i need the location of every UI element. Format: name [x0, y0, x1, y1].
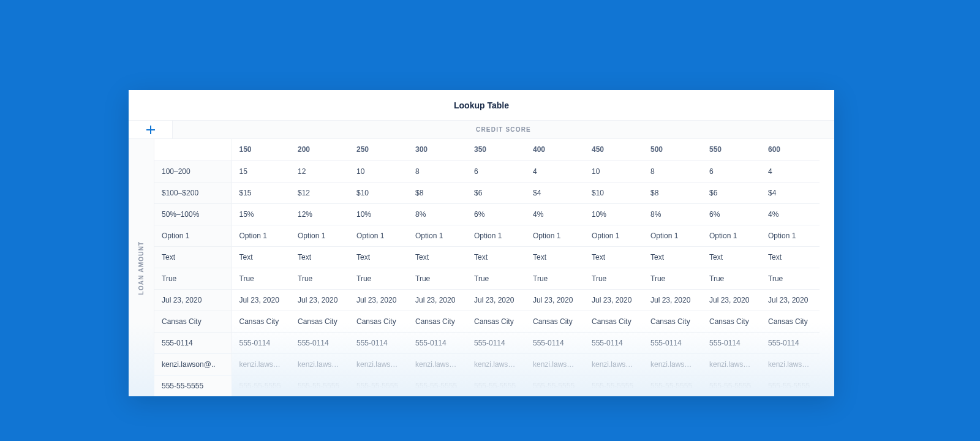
column-header[interactable]: 500: [643, 139, 702, 160]
table-cell[interactable]: 555-0114: [408, 332, 467, 353]
table-cell[interactable]: Text: [232, 246, 290, 268]
table-cell[interactable]: $10: [349, 182, 408, 203]
table-cell[interactable]: 10%: [584, 203, 643, 225]
table-cell[interactable]: 555-55-5555: [584, 375, 643, 396]
table-cell[interactable]: 8: [643, 160, 702, 182]
table-cell[interactable]: 6%: [467, 203, 526, 225]
table-cell[interactable]: 555-0114: [584, 332, 643, 353]
table-cell[interactable]: $4: [761, 182, 820, 203]
row-header[interactable]: Cansas City: [154, 311, 232, 332]
row-header[interactable]: 100–200: [154, 160, 232, 182]
table-cell[interactable]: 555-55-5555: [526, 375, 584, 396]
table-cell[interactable]: 555-55-5555: [467, 375, 526, 396]
table-cell[interactable]: Jul 23, 2020: [584, 289, 643, 311]
column-header[interactable]: 350: [467, 139, 526, 160]
table-cell[interactable]: Jul 23, 2020: [290, 289, 349, 311]
table-cell[interactable]: Option 1: [702, 225, 761, 246]
table-cell[interactable]: Option 1: [761, 225, 820, 246]
table-cell[interactable]: 555-55-5555: [290, 375, 349, 396]
table-cell[interactable]: $15: [232, 182, 290, 203]
table-cell[interactable]: Cansas City: [584, 311, 643, 332]
table-cell[interactable]: Jul 23, 2020: [467, 289, 526, 311]
table-cell[interactable]: Text: [408, 246, 467, 268]
table-cell[interactable]: $4: [526, 182, 584, 203]
table-cell[interactable]: 4%: [761, 203, 820, 225]
table-cell[interactable]: 15: [232, 160, 290, 182]
table-cell[interactable]: kenzi.lawson@..: [467, 353, 526, 375]
table-cell[interactable]: Jul 23, 2020: [526, 289, 584, 311]
table-cell[interactable]: 10: [349, 160, 408, 182]
table-cell[interactable]: kenzi.lawson@..: [702, 353, 761, 375]
table-cell[interactable]: 4%: [526, 203, 584, 225]
table-cell[interactable]: $6: [467, 182, 526, 203]
column-header[interactable]: 400: [526, 139, 584, 160]
table-cell[interactable]: 555-0114: [643, 332, 702, 353]
table-cell[interactable]: 10: [584, 160, 643, 182]
row-header[interactable]: 50%–100%: [154, 203, 232, 225]
table-cell[interactable]: 8: [408, 160, 467, 182]
table-cell[interactable]: 10%: [349, 203, 408, 225]
table-cell[interactable]: kenzi.lawson@..: [408, 353, 467, 375]
table-cell[interactable]: 555-55-5555: [702, 375, 761, 396]
table-cell[interactable]: True: [643, 268, 702, 289]
table-cell[interactable]: kenzi.lawson@..: [290, 353, 349, 375]
column-header[interactable]: 250: [349, 139, 408, 160]
table-cell[interactable]: 4: [526, 160, 584, 182]
table-cell[interactable]: Cansas City: [643, 311, 702, 332]
column-header[interactable]: 300: [408, 139, 467, 160]
table-cell[interactable]: 555-55-5555: [408, 375, 467, 396]
table-cell[interactable]: Text: [467, 246, 526, 268]
table-cell[interactable]: Text: [702, 246, 761, 268]
table-cell[interactable]: 8%: [408, 203, 467, 225]
column-header[interactable]: 550: [702, 139, 761, 160]
table-cell[interactable]: kenzi.lawson@..: [643, 353, 702, 375]
table-cell[interactable]: 555-0114: [761, 332, 820, 353]
table-cell[interactable]: Text: [290, 246, 349, 268]
table-cell[interactable]: Option 1: [467, 225, 526, 246]
table-cell[interactable]: Option 1: [643, 225, 702, 246]
table-cell[interactable]: True: [761, 268, 820, 289]
table-cell[interactable]: Cansas City: [232, 311, 290, 332]
table-cell[interactable]: 555-0114: [349, 332, 408, 353]
table-cell[interactable]: Text: [526, 246, 584, 268]
column-header[interactable]: 200: [290, 139, 349, 160]
table-scroll-area[interactable]: 150200250300350400450500550600 100–20015…: [154, 139, 834, 396]
table-cell[interactable]: 15%: [232, 203, 290, 225]
table-cell[interactable]: 555-0114: [232, 332, 290, 353]
table-cell[interactable]: Option 1: [349, 225, 408, 246]
column-header[interactable]: 150: [232, 139, 290, 160]
table-cell[interactable]: 6%: [702, 203, 761, 225]
row-header[interactable]: 555-55-5555: [154, 375, 232, 396]
table-cell[interactable]: Text: [584, 246, 643, 268]
row-header[interactable]: $100–$200: [154, 182, 232, 203]
table-cell[interactable]: kenzi.lawson@..: [526, 353, 584, 375]
table-cell[interactable]: Jul 23, 2020: [761, 289, 820, 311]
row-header[interactable]: True: [154, 268, 232, 289]
column-header[interactable]: 450: [584, 139, 643, 160]
table-cell[interactable]: 12: [290, 160, 349, 182]
table-cell[interactable]: True: [584, 268, 643, 289]
row-header[interactable]: kenzi.lawson@..: [154, 353, 232, 375]
table-cell[interactable]: True: [526, 268, 584, 289]
table-cell[interactable]: True: [408, 268, 467, 289]
table-cell[interactable]: 555-0114: [290, 332, 349, 353]
table-cell[interactable]: True: [467, 268, 526, 289]
column-header[interactable]: 600: [761, 139, 820, 160]
table-cell[interactable]: 555-55-5555: [643, 375, 702, 396]
table-cell[interactable]: 8%: [643, 203, 702, 225]
table-cell[interactable]: True: [349, 268, 408, 289]
table-cell[interactable]: $10: [584, 182, 643, 203]
table-cell[interactable]: True: [232, 268, 290, 289]
table-cell[interactable]: kenzi.lawson@..: [232, 353, 290, 375]
table-cell[interactable]: Cansas City: [349, 311, 408, 332]
table-cell[interactable]: Cansas City: [290, 311, 349, 332]
table-cell[interactable]: Option 1: [584, 225, 643, 246]
table-cell[interactable]: Jul 23, 2020: [643, 289, 702, 311]
table-cell[interactable]: kenzi.lawson@..: [349, 353, 408, 375]
table-cell[interactable]: 555-55-5555: [761, 375, 820, 396]
table-cell[interactable]: Jul 23, 2020: [702, 289, 761, 311]
table-cell[interactable]: $8: [408, 182, 467, 203]
table-cell[interactable]: True: [702, 268, 761, 289]
table-cell[interactable]: True: [290, 268, 349, 289]
table-cell[interactable]: Jul 23, 2020: [232, 289, 290, 311]
